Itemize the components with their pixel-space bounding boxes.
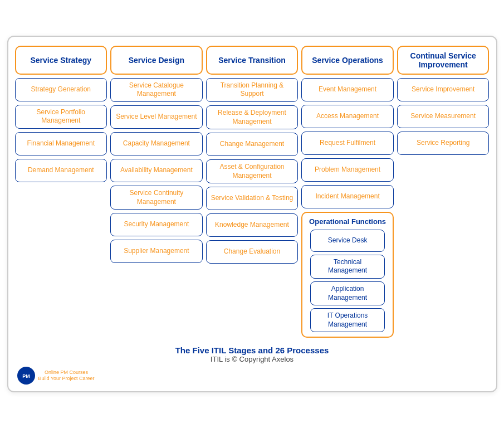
column-service-transition: Service TransitionTransition Planning & … [206, 46, 299, 264]
logo-svg: PM [20, 369, 32, 382]
item-service-design-5: Security Management [110, 213, 203, 236]
item-service-design-0: Service Catalogue Management [110, 78, 203, 102]
footer-logo: PM Online PM Courses Build Your Project … [15, 367, 490, 385]
item-service-design-4: Service Continuity Management [110, 186, 203, 210]
item-service-transition-6: Change Evaluation [206, 240, 299, 264]
item-service-operations-3: Problem Management [301, 158, 394, 182]
item-service-strategy-0: Strategy Generation [15, 78, 107, 101]
item-continual-service-improvement-1: Service Measurement [397, 105, 490, 128]
logo-name: Online PM Courses [38, 369, 95, 376]
item-continual-service-improvement-2: Service Reporting [397, 132, 490, 155]
op-function-item-0: Service Desk [310, 230, 385, 252]
logo-text: Online PM Courses Build Your Project Car… [38, 369, 95, 382]
op-function-item-3: IT Operations Management [310, 308, 385, 332]
item-service-design-1: Service Level Management [110, 105, 203, 129]
item-continual-service-improvement-0: Service Improvement [397, 78, 490, 101]
column-service-operations: Service OperationsEvent ManagementAccess… [301, 46, 394, 338]
item-service-transition-2: Change Management [206, 133, 299, 156]
footer-subtitle: ITIL is © Copyright Axelos [15, 355, 490, 363]
operational-functions-label: Operational Functions [309, 216, 386, 227]
op-function-item-2: Application Management [310, 281, 385, 305]
item-service-operations-0: Event Management [301, 78, 394, 101]
column-header-continual-service-improvement: Continual Service Improvement [397, 46, 490, 75]
columns-wrapper: Service StrategyStrategy GenerationServi… [15, 46, 490, 338]
item-service-strategy-3: Demand Management [15, 159, 107, 182]
main-card: Service StrategyStrategy GenerationServi… [7, 36, 497, 393]
item-service-transition-4: Service Validation & Testing [206, 187, 299, 210]
item-service-transition-5: Knowledge Management [206, 213, 299, 237]
column-header-service-design: Service Design [110, 46, 203, 75]
item-service-design-3: Availability Management [110, 159, 203, 182]
item-service-transition-1: Release & Deployment Management [206, 105, 299, 129]
item-service-operations-4: Incident Management [301, 185, 394, 208]
logo-tagline: Build Your Project Career [38, 376, 95, 382]
footer-title: The Five ITIL Stages and 26 Processes [15, 346, 490, 355]
footer: The Five ITIL Stages and 26 Processes IT… [15, 346, 490, 385]
column-service-design: Service DesignService Catalogue Manageme… [110, 46, 203, 263]
column-header-service-transition: Service Transition [206, 46, 299, 75]
item-service-operations-1: Access Management [301, 105, 394, 128]
item-service-operations-2: Request Fulfilment [301, 132, 394, 155]
op-function-item-1: Technical Management [310, 255, 385, 279]
item-service-transition-3: Asset & Configuration Management [206, 159, 299, 183]
column-service-strategy: Service StrategyStrategy GenerationServi… [15, 46, 107, 182]
item-service-strategy-2: Financial Management [15, 132, 107, 155]
item-service-design-2: Capacity Management [110, 132, 203, 155]
item-service-design-6: Supplier Management [110, 240, 203, 263]
svg-text:PM: PM [22, 373, 30, 379]
logo-icon: PM [17, 367, 35, 385]
item-service-strategy-1: Service Portfolio Management [15, 105, 107, 129]
column-header-service-strategy: Service Strategy [15, 46, 107, 75]
item-service-transition-0: Transition Planning & Support [206, 78, 299, 102]
column-continual-service-improvement: Continual Service ImprovementService Imp… [397, 46, 490, 155]
operational-functions-box: Operational FunctionsService DeskTechnic… [301, 212, 394, 338]
column-header-service-operations: Service Operations [301, 46, 394, 75]
